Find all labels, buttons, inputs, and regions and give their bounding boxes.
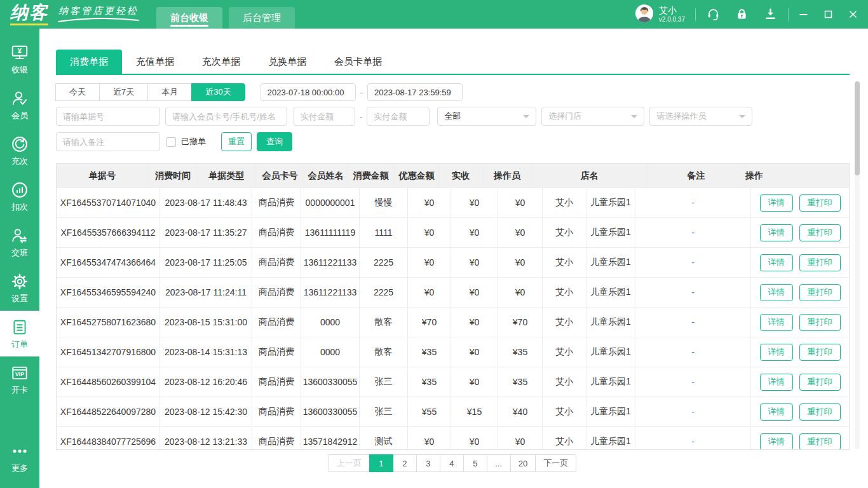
sidebar-item[interactable]: 设置 (0, 265, 39, 311)
reset-button[interactable]: 重置 (221, 132, 252, 151)
detail-button[interactable]: 详情 (760, 374, 793, 391)
avatar[interactable] (635, 4, 654, 25)
bill-type-tab[interactable]: 兑换单据 (254, 50, 320, 74)
sidebar-item[interactable]: ¥ 收银 (0, 36, 39, 82)
actions-cell: 详情 重打印 (751, 278, 849, 307)
recharge-times-icon (10, 135, 29, 154)
reprint-button[interactable]: 重打印 (799, 224, 841, 241)
amount-max-input[interactable] (367, 107, 430, 126)
store-select[interactable]: 选择门店 (541, 107, 644, 126)
member-name-cell: 张三 (360, 367, 408, 396)
member-search-input[interactable] (165, 107, 287, 126)
sidebar-item-label: 交班 (11, 247, 28, 259)
sidebar-item[interactable]: 会员 (0, 82, 39, 128)
detail-button[interactable]: 详情 (760, 284, 793, 301)
table-row: XF16452758071623680 2023-08-15 15:31:00 … (57, 307, 849, 337)
operator-select[interactable]: 请选择操作员 (649, 107, 752, 126)
table-row: XF16455347474366464 2023-08-17 11:25:05 … (57, 247, 849, 277)
detail-button[interactable]: 详情 (760, 254, 793, 271)
download-icon[interactable] (763, 7, 778, 22)
table-header-cell: 店名 (532, 164, 648, 187)
detail-button[interactable]: 详情 (760, 344, 793, 361)
card-no-cell: 13600330055 (301, 397, 360, 426)
time-cell: 2023-08-12 16:20:46 (160, 367, 252, 396)
page-button[interactable]: 20 (510, 454, 536, 472)
operator-cell: 艾小 (543, 308, 587, 337)
date-preset-button[interactable]: 本月 (147, 83, 192, 101)
page-button[interactable]: 3 (416, 454, 440, 472)
page-button[interactable]: 上一页 (329, 454, 370, 472)
reprint-button[interactable]: 重打印 (799, 254, 841, 271)
card-no-cell: 13611221133 (301, 248, 360, 277)
discount-cell: ¥0 (451, 367, 498, 396)
date-from-input[interactable] (261, 83, 356, 101)
table-row: XF16448522640097280 2023-08-12 15:42:30 … (57, 396, 849, 426)
filter-row-actions: 已撤单 重置 查询 (56, 132, 850, 151)
bill-type-tab[interactable]: 充值单据 (122, 50, 188, 74)
table-header-cell: 消费时间 (149, 164, 198, 187)
page-button[interactable]: 4 (440, 454, 464, 472)
detail-button[interactable]: 详情 (760, 224, 793, 241)
detail-button[interactable]: 详情 (760, 403, 793, 421)
date-preset-button[interactable]: 近7天 (99, 83, 148, 101)
page-button[interactable]: 5 (463, 454, 487, 472)
remark-input[interactable] (56, 132, 160, 151)
actions-cell: 详情 重打印 (751, 308, 849, 337)
maximize-icon[interactable] (824, 10, 833, 19)
page-button[interactable]: 1 (369, 454, 393, 472)
time-cell: 2023-08-17 11:25:05 (160, 248, 252, 277)
member-name-cell: 测试 (360, 427, 408, 450)
reprint-button[interactable]: 重打印 (799, 403, 841, 421)
lock-icon[interactable] (735, 7, 749, 22)
app-version: v2.0.0.37 (659, 16, 685, 24)
reprint-button[interactable]: 重打印 (799, 433, 841, 451)
bill-no-cell: XF16455346595594240 (57, 278, 160, 307)
type-cell: 商品消费 (252, 308, 301, 337)
bill-type-tab[interactable]: 消费单据 (56, 50, 122, 74)
detail-button[interactable]: 详情 (760, 314, 793, 331)
deduct-times-icon (10, 180, 29, 200)
vertical-scrollbar-thumb[interactable] (855, 81, 860, 175)
customer-service-icon[interactable] (706, 7, 721, 22)
date-to-input[interactable] (367, 83, 463, 101)
type-cell: 商品消费 (252, 427, 301, 450)
user-account[interactable]: 艾小 v2.0.0.37 (635, 4, 685, 25)
vertical-scrollbar-track[interactable] (855, 81, 860, 449)
reprint-button[interactable]: 重打印 (799, 284, 841, 301)
sidebar-item[interactable]: 订单 (0, 311, 39, 356)
remark-cell: - (635, 278, 751, 307)
cancelled-checkbox[interactable] (166, 137, 176, 147)
search-button[interactable]: 查询 (257, 132, 292, 151)
sidebar-item[interactable]: 充次 (0, 128, 39, 173)
detail-button[interactable]: 详情 (760, 194, 793, 212)
bill-no-input[interactable] (56, 107, 160, 126)
reprint-button[interactable]: 重打印 (799, 314, 841, 331)
top-nav-tab[interactable]: 前台收银 (156, 7, 222, 29)
actions-cell: 详情 重打印 (751, 337, 849, 367)
close-icon[interactable] (848, 10, 858, 19)
page-button[interactable]: 下一页 (535, 454, 576, 472)
sidebar-item[interactable]: VIP 开卡 (0, 356, 39, 402)
amount-range-dash: - (360, 112, 362, 121)
detail-button[interactable]: 详情 (760, 433, 793, 451)
page-button[interactable]: 2 (393, 454, 417, 472)
top-nav-tab[interactable]: 后台管理 (229, 7, 295, 29)
date-preset-button[interactable]: 今天 (55, 83, 100, 101)
bill-type-select[interactable]: 全部 (437, 107, 536, 126)
reprint-button[interactable]: 重打印 (799, 344, 841, 361)
date-preset-button[interactable]: 近30天 (191, 83, 245, 101)
minimize-icon[interactable] (799, 10, 808, 19)
sidebar-item[interactable]: 更多 (0, 435, 39, 480)
bill-type-tab[interactable]: 充次单据 (188, 50, 254, 74)
time-cell: 2023-08-12 15:42:30 (160, 397, 252, 426)
reprint-button[interactable]: 重打印 (799, 194, 841, 212)
bill-type-tab[interactable]: 会员卡单据 (320, 50, 396, 74)
page-button[interactable]: ... (487, 454, 511, 472)
paid-cell: ¥40 (498, 397, 543, 426)
amount-min-input[interactable] (294, 107, 355, 126)
reprint-button[interactable]: 重打印 (799, 374, 841, 391)
operator-cell: 艾小 (543, 248, 587, 277)
vip-card-icon: VIP (10, 363, 29, 383)
sidebar-item[interactable]: 扣次 (0, 173, 39, 219)
sidebar-item[interactable]: 交班 (0, 219, 39, 265)
